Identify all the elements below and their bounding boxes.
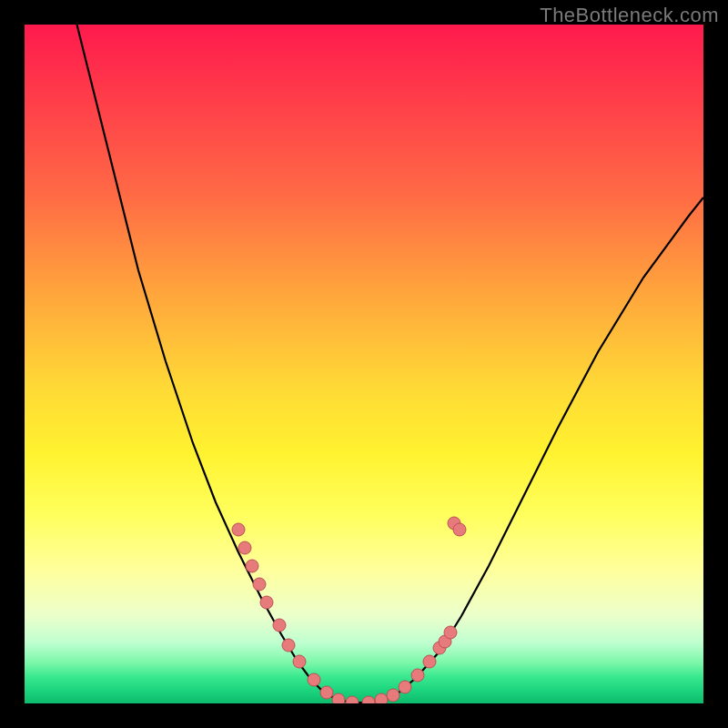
scatter-dot [375, 693, 388, 703]
scatter-dot [320, 686, 333, 699]
scatter-dot [308, 673, 320, 686]
scatter-dot [253, 578, 266, 591]
scatter-dot [232, 523, 245, 536]
scatter-dot [273, 619, 286, 632]
scatter-dot [282, 639, 295, 652]
scatter-dot [444, 626, 457, 639]
scatter-dot [238, 541, 251, 554]
bottleneck-curve [75, 25, 703, 703]
watermark-text: TheBottleneck.com [540, 4, 719, 27]
scatter-dot [411, 669, 424, 682]
scatter-dot [260, 596, 273, 609]
scatter-dot [453, 523, 466, 536]
scatter-dot [399, 681, 411, 693]
scatter-dot [332, 693, 345, 703]
scatter-dot [293, 655, 306, 668]
plot-area [25, 25, 703, 703]
chart-frame: TheBottleneck.com [0, 0, 728, 728]
scatter-dot [246, 560, 258, 572]
bottleneck-curve-svg [25, 25, 703, 703]
scatter-dot [423, 655, 436, 668]
scatter-dot [346, 696, 359, 703]
scatter-dot [362, 696, 375, 703]
scatter-dot [387, 689, 399, 702]
